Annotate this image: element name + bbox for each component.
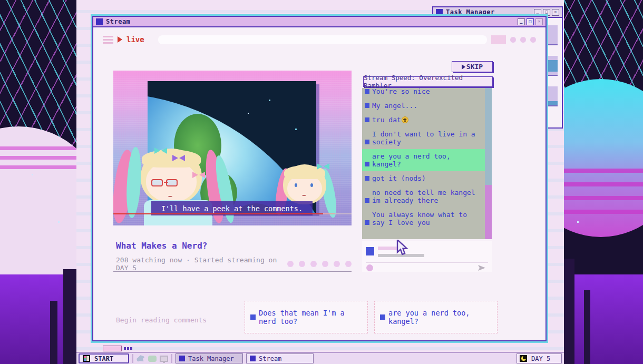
bird-app-icon[interactable]: [137, 355, 145, 362]
send-icon[interactable]: [478, 265, 485, 271]
skip-button[interactable]: SKIP: [452, 61, 493, 72]
taskbar-item-stream[interactable]: Stream: [246, 353, 314, 363]
comment-bullet-icon: [365, 89, 369, 94]
day-label: DAY 5: [531, 355, 550, 362]
emoji-button[interactable]: [366, 264, 373, 271]
comment-bullet-icon: [365, 176, 369, 181]
chat-comment[interactable]: You're so nice: [362, 88, 485, 99]
stream-app-icon: [250, 356, 256, 361]
video-meta: 208 watching now · Started streaming on …: [116, 256, 287, 272]
stream-titlebar[interactable]: Stream ▁ □ ✕: [93, 17, 545, 27]
toolbar-dot[interactable]: [510, 37, 516, 43]
stream-topbar: live: [103, 34, 536, 45]
task-manager-title: Task Manager: [446, 8, 495, 16]
play-icon: [462, 64, 465, 70]
toolbar-chip[interactable]: [491, 35, 506, 44]
choice-button-2[interactable]: are you a nerd too, kangel?: [374, 301, 498, 333]
taskbar: START Task Manager Stream DAY 5: [76, 352, 564, 364]
start-logo-icon: [83, 355, 90, 362]
divider: [171, 354, 172, 363]
chat-comment[interactable]: My angel...: [362, 99, 485, 113]
star: [58, 221, 60, 223]
live-label: live: [126, 35, 144, 44]
user-avatar: [366, 247, 374, 255]
toolbar-dot[interactable]: [530, 37, 536, 43]
chat-app-icon[interactable]: [148, 356, 157, 362]
divider: [132, 354, 133, 363]
status-chip: [103, 346, 122, 351]
comment-bullet-icon: [250, 314, 256, 320]
comment-bullet-icon: [365, 162, 369, 166]
task-manager-app-icon: [436, 9, 443, 16]
task-manager-app-icon: [179, 356, 185, 361]
comment-bullet-icon: [365, 198, 369, 203]
monitor-app-icon[interactable]: [160, 356, 168, 362]
comment-bullet-icon: [365, 103, 369, 108]
begin-reading-label: Begin reading comments: [116, 316, 207, 324]
chat-input-card[interactable]: [362, 241, 492, 272]
chat-comment[interactable]: tru dat: [362, 113, 485, 127]
bow-icon: [317, 163, 329, 170]
bow-icon: [172, 155, 185, 161]
star: [32, 174, 33, 175]
stream-app-icon: [96, 18, 103, 25]
desktop: Task Manager ▁ □ ✕ Stream ▁ □ ✕: [76, 0, 564, 364]
thinking-emoji-icon: [402, 116, 408, 123]
star: [577, 221, 579, 223]
stream-speed-label: Stream Speed: Overexcited Rambler: [363, 76, 493, 87]
toolbar-dot[interactable]: [520, 37, 526, 43]
video-title: What Makes a Nerd?: [116, 241, 207, 251]
chat-comment-highlighted[interactable]: are you a nerd too, kangel?: [362, 149, 485, 171]
bow-icon: [154, 147, 167, 154]
taskbar-item-task-manager[interactable]: Task Manager: [176, 353, 243, 363]
chat-comment[interactable]: no need to tell me kangel im already the…: [362, 185, 485, 208]
maximize-icon[interactable]: □: [543, 9, 550, 16]
chat-comment[interactable]: got it (nods): [362, 171, 485, 185]
system-tray[interactable]: DAY 5: [517, 353, 562, 363]
minimize-icon[interactable]: ▁: [534, 9, 541, 16]
chat-comment[interactable]: You always know what to say I love you: [362, 208, 485, 230]
mouse-cursor: [396, 240, 410, 255]
bow-icon: [192, 172, 205, 178]
status-dots: [124, 347, 132, 350]
stream-progress-bar[interactable]: [113, 213, 352, 214]
comment-bullet-icon: [365, 220, 369, 225]
comment-bullet-icon: [380, 314, 385, 320]
stage-rig: [50, 301, 57, 364]
stream-address-bar[interactable]: [158, 35, 487, 44]
comment-bullet-icon: [365, 117, 369, 122]
chat-scrollbar[interactable]: [485, 88, 492, 239]
stage-rig: [584, 290, 590, 364]
play-icon: [118, 36, 122, 43]
minimize-icon[interactable]: ▁: [518, 18, 525, 25]
comment-bullet-icon: [365, 140, 369, 144]
moon-icon: [520, 355, 527, 362]
viewer-dots: [287, 261, 352, 267]
maximize-icon[interactable]: □: [527, 18, 534, 25]
menu-icon[interactable]: [103, 36, 113, 44]
chat-comment-list[interactable]: You're so nice My angel... tru dat I don…: [362, 88, 485, 239]
divider: [366, 262, 488, 263]
divider: [113, 271, 352, 272]
choice-button-1[interactable]: Does that mean I'm a nerd too?: [245, 301, 368, 333]
stream-video-player[interactable]: I'll have a peek at the comments.: [113, 71, 352, 225]
stream-window[interactable]: Stream ▁ □ ✕ live: [92, 16, 547, 341]
close-icon[interactable]: ✕: [552, 9, 559, 16]
stream-title: Stream: [106, 18, 130, 25]
close-icon[interactable]: ✕: [535, 18, 543, 25]
start-button[interactable]: START: [79, 353, 129, 363]
stream-body: live: [93, 28, 545, 340]
chat-comment[interactable]: I don't want to live in a society: [362, 127, 485, 149]
